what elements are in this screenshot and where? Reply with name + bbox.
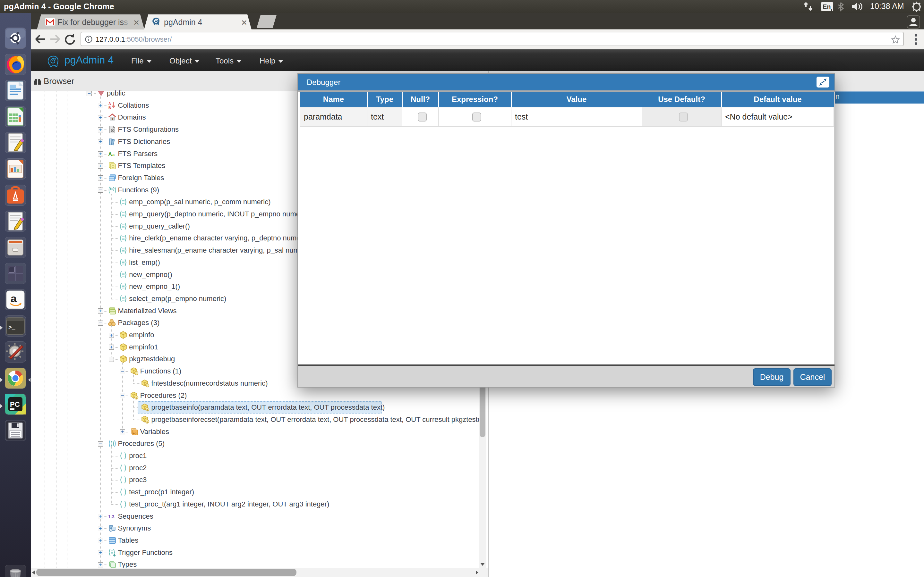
svg-text:B: B <box>108 106 111 110</box>
svg-text:a: a <box>112 152 115 157</box>
svg-text:a: a <box>11 292 17 305</box>
svg-text:(x): (x) <box>133 432 136 434</box>
svg-text:A: A <box>108 151 112 157</box>
svg-text:En: En <box>822 3 831 10</box>
svg-text:p: p <box>136 396 137 399</box>
svg-text:1.3: 1.3 <box>108 514 115 519</box>
svg-text:10:38 AM: 10:38 AM <box>870 2 904 11</box>
svg-text:p: p <box>147 420 148 423</box>
svg-text:A: A <box>108 102 111 105</box>
svg-text:p: p <box>147 408 148 411</box>
svg-text:>_: >_ <box>8 324 15 331</box>
svg-text:PC: PC <box>10 400 20 408</box>
